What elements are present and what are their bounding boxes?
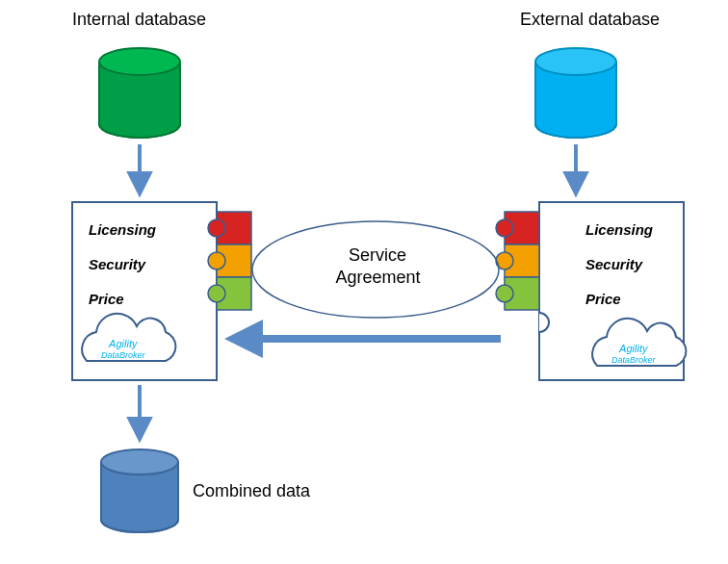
internal-database-title: Internal database <box>72 10 206 30</box>
svg-point-14 <box>208 285 225 302</box>
left-item-licensing: Licensing <box>89 221 156 238</box>
internal-database-cylinder <box>99 48 180 138</box>
svg-point-16 <box>496 219 513 237</box>
svg-point-20 <box>496 285 513 302</box>
service-agreement-label-2: Agreement <box>332 268 424 288</box>
svg-point-2 <box>99 48 180 75</box>
svg-point-12 <box>208 252 225 269</box>
right-item-security: Security <box>585 256 642 272</box>
svg-point-10 <box>208 219 225 237</box>
right-item-price: Price <box>585 291 621 307</box>
right-cloud-text-2: DataBroker <box>611 355 656 365</box>
left-item-security: Security <box>89 256 145 272</box>
right-cloud-text-1: Agility <box>619 343 647 354</box>
combined-data-title: Combined data <box>193 481 310 501</box>
combined-data-cylinder <box>101 449 178 532</box>
left-puzzle-connectors <box>208 212 251 310</box>
external-database-title: External database <box>520 10 660 30</box>
left-item-price: Price <box>89 291 124 307</box>
svg-point-8 <box>101 449 178 474</box>
left-cloud-text-1: Agility <box>109 338 137 349</box>
service-agreement-label-1: Service <box>349 245 406 266</box>
left-cloud-text-2: DataBroker <box>101 350 145 360</box>
right-item-licensing: Licensing <box>585 221 653 238</box>
external-database-cylinder <box>535 48 616 138</box>
svg-point-5 <box>535 48 616 75</box>
